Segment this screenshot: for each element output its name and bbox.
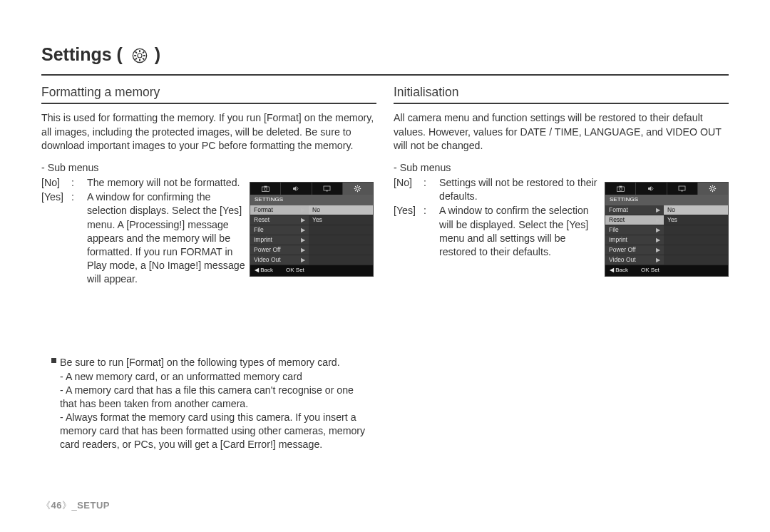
svg-rect-7 [142, 58, 144, 60]
footer-section: SETUP [77, 500, 110, 511]
submenus-label-left: - Sub menus [41, 161, 376, 175]
menu-item: Video Out▶ [605, 255, 664, 265]
def-colon: : [423, 176, 439, 203]
section-heading-formatting: Formatting a memory [41, 84, 376, 105]
menu-item-label: File [609, 225, 619, 235]
chevron-right-icon: ▶ [656, 235, 660, 245]
menu-foot-ok: OK Set [641, 267, 659, 275]
svg-line-23 [359, 186, 360, 187]
def-text: A window to confirm the selection will b… [439, 204, 599, 259]
def-row: [No] : The memory will not be formatted. [41, 176, 247, 190]
section-heading-initialisation: Initialisation [394, 84, 729, 105]
menu-item-label: File [254, 225, 264, 235]
tip-lead-text: Be sure to run [Format] on the following… [60, 356, 340, 369]
chevron-right-icon: ▶ [656, 255, 660, 265]
tip-item: - A new memory card, or an unformatted m… [60, 370, 371, 384]
def-colon: : [71, 190, 87, 286]
menu-item-label: Imprint [254, 235, 272, 245]
chevron-right-icon: ▶ [301, 215, 305, 225]
menu-item: Format▶ [605, 205, 664, 215]
initialisation-intro: All camera menu and function settings wi… [394, 111, 729, 153]
def-row: [Yes] : A window for confirming the sele… [41, 190, 247, 286]
menu-item: Reset▶ [605, 215, 664, 225]
menu-option-empty [664, 245, 728, 255]
svg-point-11 [264, 188, 267, 190]
menu-foot-back: ◀ Back [255, 267, 273, 275]
tip-item: - A memory card that has a file this cam… [60, 384, 371, 411]
svg-marker-13 [293, 186, 297, 191]
menu-item-label: Format [609, 205, 628, 215]
menu-option: No [664, 205, 728, 215]
formatting-intro: This is used for formatting the memory. … [41, 111, 376, 153]
tab-camera-icon [250, 183, 281, 195]
tab-display-icon [312, 183, 343, 195]
svg-line-38 [714, 186, 715, 187]
tips-box: Be sure to run [Format] on the following… [41, 349, 376, 456]
svg-line-22 [359, 190, 360, 191]
menu-item: Imprint▶ [250, 235, 309, 245]
menu-item: Imprint▶ [605, 235, 664, 245]
svg-line-24 [356, 190, 356, 191]
menu-option: No [309, 205, 373, 215]
chevron-right-icon: ▶ [301, 225, 305, 235]
svg-point-1 [138, 53, 142, 58]
chevron-right-icon: ▶ [301, 245, 305, 255]
menu-option-empty [309, 255, 373, 265]
chevron-right-icon: ▶ [656, 245, 660, 255]
chevron-right-icon: ▶ [301, 255, 305, 265]
svg-rect-9 [135, 58, 137, 60]
menu-item-label: Video Out [254, 255, 281, 265]
def-key: [Yes] [41, 190, 71, 286]
def-key: [No] [41, 176, 71, 190]
menu-item-label: Video Out [609, 255, 636, 265]
menu-foot-back: ◀ Back [610, 267, 628, 275]
tab-settings-icon [698, 183, 728, 195]
def-row: [Yes] : A window to confirm the selectio… [394, 204, 599, 259]
def-colon: : [71, 176, 87, 190]
svg-rect-30 [681, 190, 683, 191]
menu-item-label: Power Off [254, 245, 281, 255]
menu-item: Video Out▶ [250, 255, 309, 265]
tab-display-icon [667, 183, 698, 195]
svg-rect-27 [619, 186, 622, 188]
svg-rect-3 [139, 59, 140, 61]
submenus-label-right: - Sub menus [394, 161, 729, 175]
page-title-prefix: Settings ( [41, 44, 128, 64]
svg-line-39 [711, 190, 712, 191]
camera-menu-screenshot-left: SETTINGS Format▶Reset▶File▶Imprint▶Power… [250, 182, 374, 277]
svg-rect-15 [326, 190, 328, 191]
page-number: 46 [51, 500, 62, 511]
page-title: Settings ( [41, 43, 160, 70]
menu-item: Format▶ [250, 205, 309, 215]
square-bullet-icon [47, 356, 60, 369]
svg-rect-14 [324, 186, 330, 190]
chevron-right-icon: ▶ [656, 215, 660, 225]
svg-rect-12 [264, 186, 267, 188]
menu-option-empty [309, 245, 373, 255]
def-text: Settings will not be restored to their d… [439, 176, 599, 203]
menu-item-label: Power Off [609, 245, 636, 255]
menu-item-label: Imprint [609, 235, 627, 245]
svg-rect-5 [143, 55, 145, 56]
svg-point-31 [712, 188, 714, 190]
gear-icon [132, 46, 148, 70]
svg-rect-6 [135, 51, 137, 53]
menu-foot-ok: OK Set [286, 267, 304, 275]
tab-sound-icon [636, 183, 667, 195]
def-row: [No] : Settings will not be restored to … [394, 176, 599, 203]
chevron-right-icon: ▶ [301, 205, 305, 215]
svg-point-16 [356, 188, 359, 190]
menu-item-label: Reset [609, 215, 625, 225]
def-text: A window for confirming the selection di… [87, 190, 247, 286]
svg-rect-4 [134, 55, 136, 56]
def-colon: : [423, 204, 439, 259]
menu-option-empty [309, 235, 373, 245]
tab-camera-icon [605, 183, 636, 195]
def-key: [No] [394, 176, 423, 203]
tab-sound-icon [281, 183, 312, 195]
menu-item: File▶ [250, 225, 309, 235]
menu-item-label: Format [254, 205, 273, 215]
menu-option: Yes [309, 215, 373, 225]
page-title-row: Settings ( [41, 43, 729, 76]
menu-heading: SETTINGS [250, 195, 373, 205]
